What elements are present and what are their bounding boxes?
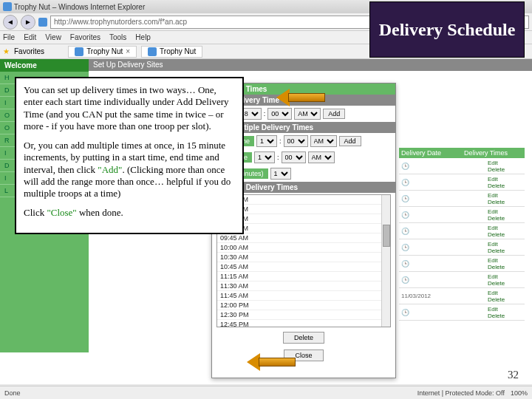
delete-link[interactable]: Delete <box>488 313 525 319</box>
ie-icon <box>3 2 12 11</box>
end-hour-select[interactable]: 1 <box>254 151 275 163</box>
callout-p3: Click "Close" when done. <box>24 207 235 219</box>
edit-link[interactable]: Edit <box>488 290 525 296</box>
page-icon <box>38 18 47 27</box>
status-mode: Internet | Protected Mode: Off <box>417 389 505 397</box>
end-min-select[interactable]: 00 <box>282 151 306 163</box>
back-button[interactable]: ◄ <box>3 15 18 30</box>
time-row[interactable]: 11:45 AM <box>217 291 390 301</box>
delete-link[interactable]: Delete <box>488 231 525 238</box>
table-row: 🕒EditDelete <box>399 158 525 174</box>
time-row[interactable]: 11:30 AM <box>217 282 390 291</box>
overlay-title: Delivery Schedule <box>369 1 525 58</box>
menu-edit[interactable]: Edit <box>24 33 36 41</box>
delivery-table: Delivery Date Delivery Times 🕒EditDelete… <box>399 148 525 321</box>
table-row: 🕒EditDelete <box>399 191 525 207</box>
edit-link[interactable]: Edit <box>488 273 525 280</box>
edit-link[interactable]: Edit <box>488 192 525 199</box>
menu-help[interactable]: Help <box>135 33 151 41</box>
edit-link[interactable]: Edit <box>488 208 525 215</box>
start-ampm-select[interactable]: AM <box>310 135 337 147</box>
tab-label: Trophy Nut <box>86 47 123 55</box>
tab-icon <box>75 47 83 56</box>
menu-view[interactable]: View <box>45 33 61 41</box>
add-single-button[interactable]: Add <box>323 109 345 119</box>
menu-file[interactable]: File <box>3 33 15 41</box>
callout-p2: Or, you can add multiple times at once, … <box>24 140 235 200</box>
time-row[interactable]: 11:15 AM <box>217 272 390 282</box>
status-zoom: 100% <box>511 389 528 397</box>
menu-favorites[interactable]: Favorites <box>70 33 100 41</box>
table-row: 🕒EditDelete <box>399 256 525 272</box>
delete-link[interactable]: Delete <box>488 264 525 270</box>
time-row[interactable]: 10:45 AM <box>217 262 390 272</box>
edit-link[interactable]: Edit <box>488 257 525 264</box>
delete-link[interactable]: Delete <box>488 215 525 222</box>
tab-label: Trophy Nut <box>160 47 196 55</box>
time-row[interactable]: 10:00 AM <box>217 243 390 253</box>
callout-p1: You can set up delivery times in two way… <box>24 84 235 132</box>
time-row[interactable]: 12:00 PM <box>217 301 390 310</box>
table-row: 🕒EditDelete <box>399 239 525 256</box>
table-row: 🕒EditDelete <box>399 223 525 239</box>
page-title: Set Up Delivery Sites <box>89 59 532 71</box>
edit-link[interactable]: Edit <box>488 306 525 313</box>
scrollbar-thumb[interactable] <box>383 225 390 247</box>
delete-link[interactable]: Delete <box>488 280 525 287</box>
slide-number: 32 <box>508 369 519 381</box>
delete-link[interactable]: Delete <box>488 183 525 189</box>
time-row[interactable]: 09:45 AM <box>217 233 390 243</box>
edit-link[interactable]: Edit <box>488 176 525 183</box>
menu-tools[interactable]: Tools <box>109 33 126 41</box>
close-icon[interactable]: × <box>126 47 130 55</box>
scrollbar[interactable] <box>381 195 390 327</box>
interval-select[interactable]: 1 <box>270 168 291 180</box>
end-ampm-select[interactable]: AM <box>308 151 335 163</box>
tab-icon <box>148 47 157 56</box>
tab-1[interactable]: Trophy Nut <box>141 46 202 58</box>
start-min-select[interactable]: 00 <box>284 135 308 147</box>
time-row[interactable]: 12:30 PM <box>217 310 390 320</box>
time-row[interactable]: 12:45 PM <box>217 320 390 327</box>
edit-link[interactable]: Edit <box>488 241 525 248</box>
forward-button[interactable]: ► <box>21 15 35 30</box>
favorites-label: Favorites <box>14 47 44 55</box>
delete-link[interactable]: Delete <box>488 248 525 254</box>
delete-link[interactable]: Delete <box>488 166 525 173</box>
delete-link[interactable]: Delete <box>488 199 525 205</box>
window-title: Trophy Nut – Windows Internet Explorer <box>14 3 145 11</box>
edit-link[interactable]: Edit <box>488 225 525 231</box>
table-row: 11/03/2012EditDelete <box>399 288 525 304</box>
status-done: Done <box>4 389 21 397</box>
tab-0[interactable]: Trophy Nut × <box>68 46 137 58</box>
table-row: 🕒EditDelete <box>399 304 525 321</box>
start-hour-select[interactable]: 1 <box>256 135 277 147</box>
add-multi-button[interactable]: Add <box>339 136 361 146</box>
status-bar: Done Internet | Protected Mode: Off 100% <box>0 386 532 399</box>
table-row: 🕒EditDelete <box>399 207 525 223</box>
time-row[interactable]: 10:30 AM <box>217 253 390 262</box>
single-min-select[interactable]: 00 <box>267 108 292 120</box>
table-row: 🕒EditDelete <box>399 272 525 288</box>
th-times: Delivery Times <box>462 148 525 158</box>
edit-link[interactable]: Edit <box>488 160 525 166</box>
delete-button[interactable]: Delete <box>283 332 324 344</box>
single-ampm-select[interactable]: AM <box>294 108 321 120</box>
th-date: Delivery Date <box>399 148 462 158</box>
favorites-icon[interactable]: ★ <box>3 47 10 55</box>
delete-link[interactable]: Delete <box>488 296 525 303</box>
sidebar-welcome: Welcome <box>0 59 89 72</box>
instruction-callout: You can set up delivery times in two way… <box>15 77 244 234</box>
table-row: 🕒EditDelete <box>399 174 525 191</box>
